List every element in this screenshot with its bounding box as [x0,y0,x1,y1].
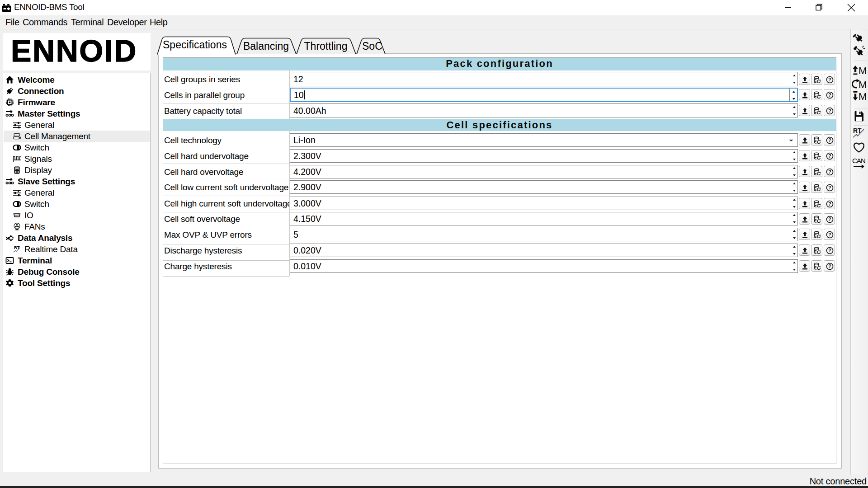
svg-text:?: ? [828,263,831,269]
svg-text:?: ? [828,185,831,190]
svg-text:?: ? [828,108,831,113]
svg-text:RT: RT [14,245,20,250]
svg-text:M: M [859,65,867,76]
svg-text:M: M [859,91,867,102]
svg-text:?: ? [828,216,831,222]
svg-text:?: ? [828,153,831,159]
svg-text:?: ? [828,232,831,238]
svg-text:?: ? [828,138,831,143]
svg-text:?: ? [828,248,831,253]
svg-text:CAN: CAN [852,157,866,164]
svg-text:?: ? [828,92,831,98]
svg-text:?: ? [828,201,831,206]
svg-text:?: ? [828,169,831,174]
svg-text:M: M [859,79,867,90]
svg-text:?: ? [828,77,831,82]
